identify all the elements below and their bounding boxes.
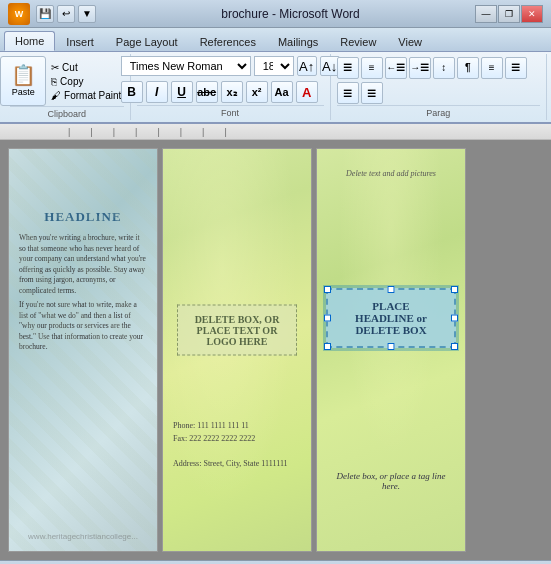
- underline-button[interactable]: U: [171, 81, 193, 103]
- justify-button[interactable]: ☰: [361, 82, 383, 104]
- handle-br: [451, 343, 458, 350]
- save-btn[interactable]: 💾: [36, 5, 54, 23]
- body-text-1: When you're writing a brochure, write it…: [19, 233, 147, 296]
- show-marks-button[interactable]: ¶: [457, 57, 479, 79]
- ribbon-panel: 📋 Paste ✂ Cut ⎘ Copy 🖌 Format Painter Cl…: [0, 52, 551, 124]
- tab-insert[interactable]: Insert: [55, 32, 105, 51]
- font-grow-button[interactable]: A↑: [297, 56, 317, 76]
- tab-view[interactable]: View: [387, 32, 433, 51]
- watermark: www.heritagechristiancollege...: [9, 532, 157, 541]
- window-title: brochure - Microsoft Word: [106, 7, 475, 21]
- body-text-2: If you're not sure what to write, make a…: [19, 300, 147, 353]
- font-row-1: Times New Roman 18 A↑ A↓: [121, 56, 340, 76]
- ruler: | | | | | | | |: [0, 124, 551, 140]
- quickaccess-more-btn[interactable]: ▼: [78, 5, 96, 23]
- handle-mr: [451, 314, 458, 321]
- address-text: Address: Street, City, State 1111111: [173, 458, 288, 471]
- tab-mailings[interactable]: Mailings: [267, 32, 329, 51]
- quick-access-toolbar: 💾 ↩ ▼: [36, 5, 96, 23]
- undo-btn[interactable]: ↩: [57, 5, 75, 23]
- font-color-button[interactable]: A: [296, 81, 318, 103]
- bold-button[interactable]: B: [121, 81, 143, 103]
- clipboard-content: 📋 Paste ✂ Cut ⎘ Copy 🖌 Format Painter: [0, 56, 133, 106]
- delete-box[interactable]: DELETE BOX, OR PLACE TEXT OR LOGO HERE: [177, 304, 297, 355]
- italic-button[interactable]: I: [146, 81, 168, 103]
- clipboard-group-label: Clipboard: [10, 106, 124, 119]
- window-controls: — ❐ ✕: [475, 5, 543, 23]
- close-button[interactable]: ✕: [521, 5, 543, 23]
- place-headline-box[interactable]: PLACE HEADLINE or DELETE BOX: [326, 288, 456, 348]
- minimize-button[interactable]: —: [475, 5, 497, 23]
- phone-text: Phone: 111 1111 111 11: [173, 420, 288, 433]
- paragraph-group: ☰ ≡ ←☰ →☰ ↕ ¶ ≡ ☰ ☰ ☰ Parag: [331, 54, 547, 120]
- brochure-container: HEADLINE When you're writing a brochure,…: [8, 148, 466, 552]
- handle-bl: [324, 343, 331, 350]
- font-group: Times New Roman 18 A↑ A↓ B I U abc x₂ x²…: [131, 54, 331, 120]
- status-bar: Page: 1 of 1 Words: 0: [0, 560, 551, 564]
- handle-bc: [388, 343, 395, 350]
- tab-review[interactable]: Review: [329, 32, 387, 51]
- font-family-select[interactable]: Times New Roman: [121, 56, 251, 76]
- handle-tc: [388, 286, 395, 293]
- clipboard-group: 📋 Paste ✂ Cut ⎘ Copy 🖌 Format Painter Cl…: [4, 54, 131, 120]
- paste-label: Paste: [12, 87, 35, 97]
- handle-ml: [324, 314, 331, 321]
- tab-home[interactable]: Home: [4, 31, 55, 51]
- align-right-button[interactable]: ☰: [337, 82, 359, 104]
- font-group-label: Font: [137, 105, 324, 118]
- paste-icon: 📋: [11, 65, 36, 85]
- mid-panel: DELETE BOX, OR PLACE TEXT OR LOGO HERE P…: [162, 148, 312, 552]
- paste-button[interactable]: 📋 Paste: [0, 56, 46, 106]
- numbering-button[interactable]: ≡: [361, 57, 383, 79]
- tab-references[interactable]: References: [189, 32, 267, 51]
- left-panel: HEADLINE When you're writing a brochure,…: [8, 148, 158, 552]
- contact-info: Phone: 111 1111 111 11 Fax: 222 2222 222…: [173, 420, 288, 471]
- font-size-select[interactable]: 18: [254, 56, 294, 76]
- outdent-button[interactable]: ←☰: [385, 57, 407, 79]
- superscript-button[interactable]: x²: [246, 81, 268, 103]
- delete-text-top: Delete text and add pictures: [317, 169, 465, 178]
- tab-page-layout[interactable]: Page Layout: [105, 32, 189, 51]
- paragraph-content: ☰ ≡ ←☰ →☰ ↕ ¶ ≡ ☰ ☰ ☰: [337, 56, 540, 105]
- align-left-button[interactable]: ≡: [481, 57, 503, 79]
- arrow-indicator: →: [316, 339, 319, 362]
- right-panel: Delete text and add pictures → PLACE HEA…: [316, 148, 466, 552]
- handle-tl: [324, 286, 331, 293]
- bullets-button[interactable]: ☰: [337, 57, 359, 79]
- ribbon-tab-bar: Home Insert Page Layout References Maili…: [0, 28, 551, 52]
- title-bar: W 💾 ↩ ▼ brochure - Microsoft Word — ❐ ✕: [0, 0, 551, 28]
- indent-button[interactable]: →☰: [409, 57, 431, 79]
- font-row-2: B I U abc x₂ x² Aa A: [121, 81, 340, 103]
- sort-button[interactable]: ↕: [433, 57, 455, 79]
- word-logo: W: [8, 3, 30, 25]
- headline: HEADLINE: [17, 209, 149, 225]
- strikethrough-button[interactable]: abc: [196, 81, 218, 103]
- font-group-content: Times New Roman 18 A↑ A↓ B I U abc x₂ x²…: [121, 56, 340, 105]
- subscript-button[interactable]: x₂: [221, 81, 243, 103]
- fax-text: Fax: 222 2222 2222 2222: [173, 433, 288, 446]
- align-center-button[interactable]: ☰: [505, 57, 527, 79]
- document-area: HEADLINE When you're writing a brochure,…: [0, 140, 551, 560]
- paragraph-group-label: Parag: [337, 105, 540, 118]
- handle-tr: [451, 286, 458, 293]
- delete-tag-box[interactable]: Delete box, or place a tag line here.: [331, 471, 451, 491]
- restore-button[interactable]: ❐: [498, 5, 520, 23]
- change-case-button[interactable]: Aa: [271, 81, 293, 103]
